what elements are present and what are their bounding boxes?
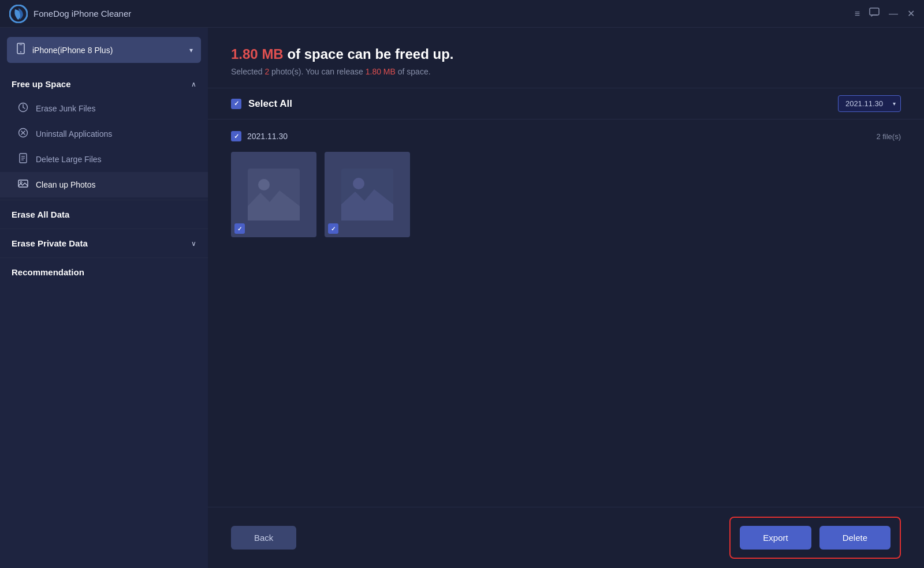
- svg-point-18: [258, 179, 270, 190]
- cleanup-photos-label: Clean up Photos: [36, 180, 96, 189]
- space-title: of space can be freed up.: [287, 46, 453, 62]
- free-up-space-header[interactable]: Free up Space ∧: [0, 72, 208, 96]
- delete-button[interactable]: Delete: [819, 526, 891, 550]
- subtitle-mid: photo(s). You can release: [269, 67, 366, 76]
- circle-x-icon: [17, 128, 29, 140]
- image-icon: [17, 178, 29, 191]
- photo-group: 2021.11.30 2 file(s): [231, 129, 901, 237]
- space-info-subtitle: Selected 2 photo(s). You can release 1.8…: [231, 67, 901, 76]
- select-all-left: Select All: [231, 98, 292, 110]
- photo-2-checkbox[interactable]: [328, 223, 338, 234]
- svg-point-20: [353, 178, 364, 189]
- delete-large-label: Delete Large Files: [36, 155, 102, 164]
- window-controls: ≡ — ✕: [855, 8, 915, 20]
- divider-3: [0, 257, 208, 258]
- erase-all-title: Erase All Data: [12, 210, 69, 219]
- free-up-space-title: Free up Space: [12, 79, 71, 89]
- divider-1: [0, 200, 208, 200]
- space-info-title: 1.80 MB of space can be freed up.: [231, 46, 901, 62]
- release-amount: 1.80 MB: [366, 67, 396, 76]
- footer-right-actions: Export Delete: [729, 517, 901, 559]
- menu-icon[interactable]: ≡: [855, 9, 860, 19]
- sidebar-item-erase-junk[interactable]: Erase Junk Files: [0, 96, 208, 121]
- clock-icon: [17, 102, 29, 115]
- uninstall-apps-label: Uninstall Applications: [36, 129, 112, 139]
- erase-all-header[interactable]: Erase All Data: [0, 203, 208, 226]
- group-checkbox[interactable]: [231, 131, 241, 141]
- space-amount: 1.80 MB: [231, 46, 284, 62]
- photo-item[interactable]: [231, 152, 316, 237]
- title-bar: FoneDog iPhone Cleaner ≡ — ✕: [0, 0, 924, 28]
- recommendation-title: Recommendation: [12, 267, 84, 277]
- minimize-icon[interactable]: —: [889, 9, 898, 19]
- app-title: FoneDog iPhone Cleaner: [33, 9, 855, 18]
- select-all-bar: Select All 2021.11.30 ▾: [208, 88, 924, 119]
- device-selector-left: iPhone(iPhone 8 Plus): [15, 43, 113, 57]
- erase-private-title: Erase Private Data: [12, 238, 88, 248]
- erase-private-header[interactable]: Erase Private Data ∨: [0, 231, 208, 255]
- export-button[interactable]: Export: [740, 526, 811, 550]
- device-phone-icon: [15, 43, 27, 57]
- photo-placeholder-icon-1: [248, 169, 300, 221]
- photos-content: 2021.11.30 2 file(s): [208, 119, 924, 507]
- sidebar-section-erase-private: Erase Private Data ∨: [0, 231, 208, 255]
- content-header: 1.80 MB of space can be freed up. Select…: [208, 28, 924, 88]
- photo-grid: [231, 152, 901, 237]
- svg-line-7: [23, 107, 25, 109]
- content-footer: Back Export Delete: [208, 507, 924, 568]
- back-button[interactable]: Back: [231, 526, 296, 550]
- document-icon: [17, 153, 29, 166]
- chat-icon[interactable]: [869, 8, 880, 20]
- svg-rect-15: [18, 180, 28, 187]
- date-filter-dropdown[interactable]: 2021.11.30 ▾: [838, 95, 901, 112]
- svg-point-16: [20, 182, 22, 184]
- recommendation-header[interactable]: Recommendation: [0, 260, 208, 284]
- date-filter-value: 2021.11.30: [845, 99, 883, 108]
- sidebar-item-uninstall-apps[interactable]: Uninstall Applications: [0, 121, 208, 147]
- sidebar-item-cleanup-photos[interactable]: Clean up Photos: [0, 172, 208, 197]
- erase-junk-label: Erase Junk Files: [36, 104, 95, 113]
- photo-group-header: 2021.11.30 2 file(s): [231, 129, 901, 144]
- photo-placeholder-icon-2: [341, 169, 393, 221]
- svg-rect-1: [870, 8, 879, 15]
- device-selector[interactable]: iPhone(iPhone 8 Plus) ▾: [7, 37, 201, 63]
- device-name: iPhone(iPhone 8 Plus): [32, 46, 113, 55]
- device-chevron-icon: ▾: [189, 46, 193, 54]
- close-icon[interactable]: ✕: [907, 8, 915, 19]
- main-layout: iPhone(iPhone 8 Plus) ▾ Free up Space ∧ …: [0, 28, 924, 568]
- photo-item[interactable]: [325, 152, 410, 237]
- sidebar: iPhone(iPhone 8 Plus) ▾ Free up Space ∧ …: [0, 28, 208, 568]
- select-all-label: Select All: [248, 98, 292, 110]
- sidebar-section-free-up-space: Free up Space ∧ Erase Junk Files: [0, 72, 208, 197]
- date-dropdown-arrow-icon: ▾: [893, 100, 896, 107]
- sidebar-section-erase-all: Erase All Data: [0, 203, 208, 226]
- subtitle-post: of space.: [396, 67, 431, 76]
- photo-group-date: 2021.11.30: [247, 132, 288, 141]
- erase-private-chevron-icon: ∨: [191, 240, 196, 248]
- photo-group-count: 2 file(s): [876, 132, 901, 141]
- photo-group-left: 2021.11.30: [231, 131, 288, 141]
- svg-point-3: [20, 51, 21, 53]
- sidebar-item-delete-large[interactable]: Delete Large Files: [0, 147, 208, 172]
- divider-2: [0, 229, 208, 229]
- sidebar-section-recommendation: Recommendation: [0, 260, 208, 284]
- select-all-checkbox[interactable]: [231, 99, 241, 109]
- app-logo: [9, 5, 28, 23]
- free-up-space-chevron-icon: ∧: [191, 80, 196, 88]
- subtitle-pre: Selected: [231, 67, 264, 76]
- photo-1-checkbox[interactable]: [234, 223, 245, 234]
- selected-count: 2: [264, 67, 269, 76]
- content-area: 1.80 MB of space can be freed up. Select…: [208, 28, 924, 568]
